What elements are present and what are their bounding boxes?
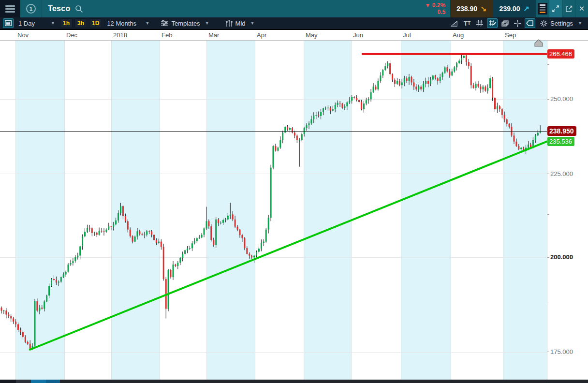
- month-label: Feb: [162, 31, 172, 39]
- price-axis[interactable]: 266.466 238.950 235.536 250.000225.00020…: [547, 41, 588, 380]
- bottom-segment: [31, 380, 46, 383]
- month-label: May: [306, 31, 318, 39]
- trendline[interactable]: [30, 142, 547, 350]
- change-indicator: ▼ 0.2% 0.5: [420, 0, 451, 17]
- month-label: Jul: [403, 31, 411, 39]
- chevron-down-icon: ▼: [578, 21, 582, 26]
- month-label: Jun: [353, 31, 363, 39]
- current-price-badge: 238.950: [547, 126, 576, 136]
- bar-stats-icon: [226, 20, 233, 27]
- axis-minor-tick: [547, 64, 549, 65]
- axis-price-label: 250.000: [550, 95, 573, 103]
- axis-tick: [547, 99, 549, 100]
- bottom-panel-edge: [0, 380, 588, 383]
- quick-period-1d[interactable]: 1D: [89, 18, 102, 28]
- shape-tool-icon[interactable]: [525, 18, 535, 28]
- bottom-segment: [60, 380, 588, 383]
- bottom-segment: [16, 380, 31, 383]
- area-chart-icon[interactable]: [449, 18, 460, 28]
- chart-area: 266.466 238.950 235.536 250.000225.00020…: [0, 41, 588, 380]
- chart-list-icon[interactable]: [3, 18, 14, 28]
- month-label: Sep: [505, 31, 516, 39]
- month-label: 2018: [113, 31, 127, 39]
- symbol-section[interactable]: Tesco: [42, 0, 89, 17]
- candlestick-chart[interactable]: [0, 41, 547, 380]
- resistance-price-badge: 266.466: [547, 49, 574, 59]
- month-label: Dec: [66, 31, 77, 39]
- search-icon[interactable]: [75, 5, 83, 13]
- chevron-down-icon: ▼: [205, 21, 209, 26]
- month-label: Aug: [453, 31, 464, 39]
- chevron-down-icon: ▼: [51, 21, 55, 26]
- market-depth-icon[interactable]: [536, 0, 549, 17]
- sell-price-button[interactable]: 238.90 ↘: [450, 0, 493, 17]
- axis-tick: [547, 352, 549, 352]
- trendline-price-badge: 235.536: [547, 137, 574, 146]
- axis-minor-tick: [547, 214, 549, 215]
- info-circle-icon: 1: [26, 4, 36, 14]
- axis-price-label: 200.000: [550, 253, 573, 261]
- price-type-dropdown[interactable]: Mid▼: [222, 19, 259, 28]
- scroll-latest-button[interactable]: [534, 39, 544, 47]
- crosshair-icon[interactable]: [512, 18, 523, 28]
- axis-price-label: 225.000: [550, 170, 573, 177]
- month-label: Apr: [257, 31, 266, 39]
- quick-period-1h[interactable]: 1h: [60, 18, 73, 28]
- down-arrow-icon: ↘: [481, 4, 487, 13]
- chart-toolbar: 1 Day▼ 1h 3h 1D 12 Months▼ Templates▼ Mi…: [0, 17, 588, 30]
- popout-icon[interactable]: [562, 0, 575, 17]
- info-section[interactable]: 1: [20, 0, 42, 17]
- grid-icon[interactable]: [474, 18, 485, 28]
- chevron-down-icon: ▼: [145, 21, 149, 26]
- draw-grid-icon[interactable]: [487, 18, 498, 28]
- symbol-title: Tesco: [48, 4, 71, 13]
- templates-dropdown[interactable]: Templates▼: [157, 19, 213, 28]
- time-axis[interactable]: NovDec2018FebMarAprMayJunJulAugSep: [0, 30, 588, 41]
- down-triangle-icon: ▼: [425, 2, 431, 9]
- period-dropdown[interactable]: 1 Day▼: [15, 19, 59, 28]
- gear-icon: [540, 20, 547, 27]
- menu-icon[interactable]: [0, 0, 20, 17]
- range-dropdown[interactable]: 12 Months▼: [103, 19, 153, 28]
- axis-tick: [547, 257, 549, 258]
- sliders-icon: [161, 20, 168, 26]
- axis-price-label: 175.000: [550, 348, 573, 355]
- axis-minor-tick: [547, 303, 549, 303]
- windows-icon[interactable]: [500, 18, 510, 28]
- text-tool-icon[interactable]: TT: [462, 18, 472, 28]
- month-label: Nov: [17, 31, 29, 39]
- axis-tick: [547, 174, 549, 174]
- buy-price-button[interactable]: 239.00 ↗: [493, 0, 536, 17]
- close-icon[interactable]: ✕: [575, 0, 588, 17]
- top-bar: 1 Tesco ▼ 0.2% 0.5 238.90 ↘ 239.00 ↗: [0, 0, 588, 17]
- bottom-segment: [46, 380, 60, 383]
- settings-dropdown[interactable]: Settings▼: [536, 20, 586, 27]
- quick-period-3h[interactable]: 3h: [74, 18, 87, 28]
- chevron-down-icon: ▼: [250, 21, 255, 26]
- expand-icon[interactable]: [549, 0, 562, 17]
- up-arrow-icon: ↗: [523, 4, 529, 13]
- month-label: Mar: [208, 31, 219, 39]
